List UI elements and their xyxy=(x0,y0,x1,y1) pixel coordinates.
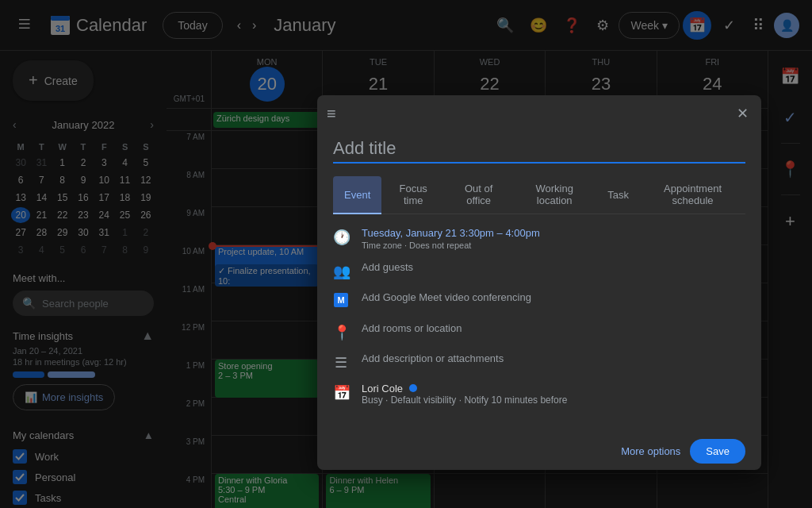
more-insights-icon: 📊 xyxy=(25,391,37,403)
tasks-view-icon-button[interactable]: ✓ xyxy=(714,11,743,40)
mini-cal-day[interactable]: 9 xyxy=(136,242,155,258)
mini-cal-prev[interactable]: ‹ xyxy=(10,117,20,133)
today-button[interactable]: Today xyxy=(163,12,222,39)
tab-appointment[interactable]: Appointment schedule xyxy=(640,176,745,214)
mini-cal-day[interactable]: 3 xyxy=(11,242,30,258)
mini-cal-day[interactable]: 14 xyxy=(32,190,51,206)
mini-cal-day[interactable]: 10 xyxy=(94,172,113,188)
mini-cal-day[interactable]: 1 xyxy=(115,225,134,241)
mini-cal-day[interactable]: 4 xyxy=(115,155,134,171)
mini-cal-day[interactable]: 22 xyxy=(53,207,72,223)
mini-cal-day[interactable]: 31 xyxy=(32,155,51,171)
day-num-20[interactable]: 20 xyxy=(250,67,285,102)
calendar-view-icon-button[interactable]: 📅 xyxy=(683,11,711,40)
mini-cal-next[interactable]: › xyxy=(147,117,157,133)
mini-cal-day[interactable]: 25 xyxy=(115,207,134,223)
event-datetime[interactable]: Tuesday, January 21 3:30pm – 4:00pm xyxy=(362,227,745,239)
next-arrow[interactable]: › xyxy=(247,13,261,37)
user-avatar[interactable]: 👤 xyxy=(774,13,799,38)
mini-cal-day[interactable]: 6 xyxy=(11,172,30,188)
more-options-button[interactable]: More options xyxy=(621,445,680,457)
mini-cal-day[interactable]: 19 xyxy=(136,190,155,206)
modal-drag-handle[interactable]: ≡ xyxy=(327,105,336,123)
description-icon: ☰ xyxy=(333,354,349,371)
add-meet-action[interactable]: Add Google Meet video conferencing xyxy=(362,291,745,303)
time-slot: 3 PM xyxy=(167,436,211,474)
mini-cal-day[interactable]: 28 xyxy=(32,225,51,241)
calendar-item[interactable]: Personal xyxy=(13,467,154,487)
tab-event[interactable]: Event xyxy=(333,176,381,214)
add-guests-action[interactable]: Add guests xyxy=(362,261,745,273)
search-button[interactable]: 🔍 xyxy=(490,10,520,40)
mini-cal-day[interactable]: 7 xyxy=(94,242,113,258)
tab-out-of-office[interactable]: Out of office xyxy=(445,176,512,214)
more-insights-button[interactable]: 📊 More insights xyxy=(13,384,115,410)
search-people-input[interactable]: 🔍 Search people xyxy=(13,291,154,316)
modal-datetime-content: Tuesday, January 21 3:30pm – 4:00pm Time… xyxy=(362,227,745,250)
mini-cal-day[interactable]: 9 xyxy=(74,172,93,188)
calendar-event[interactable]: Dinner with Gloria 5:30 – 9 PM Central xyxy=(215,474,319,508)
mini-cal-day[interactable]: 17 xyxy=(94,190,113,206)
calendar-label: Personal xyxy=(35,471,75,483)
mini-cal-day[interactable]: 7 xyxy=(32,172,51,188)
mini-cal-day[interactable]: 30 xyxy=(74,225,93,241)
add-location-action[interactable]: Add rooms or location xyxy=(362,322,745,334)
insights-collapse-button[interactable]: ▲ xyxy=(141,329,154,343)
mini-cal-day[interactable]: 13 xyxy=(11,190,30,206)
mini-cal-day[interactable]: 29 xyxy=(53,225,72,241)
calendar-event[interactable]: Dinner with Helen 6 – 9 PM xyxy=(326,474,430,508)
save-button[interactable]: Save xyxy=(690,439,745,464)
mini-cal-day[interactable]: 4 xyxy=(32,242,51,258)
mini-cal-day[interactable]: 27 xyxy=(11,225,30,241)
settings-button[interactable]: ⚙ xyxy=(590,10,615,40)
mini-cal-day[interactable]: 1 xyxy=(53,155,72,171)
mini-cal-day[interactable]: 5 xyxy=(53,242,72,258)
mini-cal-day[interactable]: 3 xyxy=(94,155,113,171)
mini-cal-day[interactable]: 30 xyxy=(11,155,30,171)
mini-cal-day[interactable]: 8 xyxy=(53,172,72,188)
mini-cal-day[interactable]: 2 xyxy=(136,225,155,241)
mini-cal-day[interactable]: 11 xyxy=(115,172,134,188)
right-panel-location-icon[interactable]: 📍 xyxy=(774,153,806,185)
calendar-item[interactable]: Work xyxy=(13,446,154,467)
help-button[interactable]: ❓ xyxy=(557,10,587,40)
menu-button[interactable] xyxy=(13,10,40,40)
add-description-action[interactable]: Add description or attachments xyxy=(362,352,745,364)
right-panel-add-button[interactable]: + xyxy=(779,205,802,238)
view-selector[interactable]: Week ▾ xyxy=(619,12,680,39)
prev-arrow[interactable]: ‹ xyxy=(232,13,246,37)
my-calendars-collapse[interactable]: ▲ xyxy=(144,429,154,441)
calendar-checkbox xyxy=(13,449,27,464)
mini-cal-day[interactable]: 15 xyxy=(53,190,72,206)
mini-cal-day[interactable]: 6 xyxy=(74,242,93,258)
tab-task[interactable]: Task xyxy=(596,176,640,214)
tab-focus-time[interactable]: Focus time xyxy=(381,176,445,214)
calendar-event[interactable]: Store opening 2 – 3 PM xyxy=(215,360,319,398)
apps-button[interactable]: ⠿ xyxy=(746,10,771,41)
tab-working-location[interactable]: Working location xyxy=(512,176,596,214)
event-title-input[interactable] xyxy=(333,132,745,164)
mini-cal-day[interactable]: 21 xyxy=(32,207,51,223)
mini-cal-day[interactable]: 24 xyxy=(94,207,113,223)
emoji-button[interactable]: 😊 xyxy=(523,10,553,40)
mini-cal-day[interactable]: 18 xyxy=(115,190,134,206)
mini-cal-day[interactable]: 20 xyxy=(11,207,30,223)
mini-cal-day[interactable]: 5 xyxy=(136,155,155,171)
search-people-placeholder: Search people xyxy=(42,298,109,310)
right-panel-check-icon[interactable]: ✓ xyxy=(777,102,803,133)
modal-close-button[interactable]: ✕ xyxy=(733,102,752,125)
mini-cal-day[interactable]: 23 xyxy=(74,207,93,223)
all-day-cell-mon[interactable]: Zürich design days xyxy=(211,109,322,130)
mini-cal-day[interactable]: 31 xyxy=(94,225,113,241)
calendar-item[interactable]: Tasks xyxy=(13,487,154,508)
calendar-event[interactable]: ✓ Finalize presentation, 10: xyxy=(215,264,319,287)
mini-cal-day[interactable]: 26 xyxy=(136,207,155,223)
right-panel-calendar-icon[interactable]: 📅 xyxy=(774,60,806,92)
create-button[interactable]: + Create xyxy=(13,60,94,101)
mini-cal-day[interactable]: 12 xyxy=(136,172,155,188)
day-col-mon[interactable]: Project update, 10 AM✓ Finalize presenta… xyxy=(211,131,322,508)
mini-cal-day[interactable]: 16 xyxy=(74,190,93,206)
time-slot: 10 AM xyxy=(167,245,211,283)
mini-cal-day[interactable]: 8 xyxy=(115,242,134,258)
mini-cal-day[interactable]: 2 xyxy=(74,155,93,171)
